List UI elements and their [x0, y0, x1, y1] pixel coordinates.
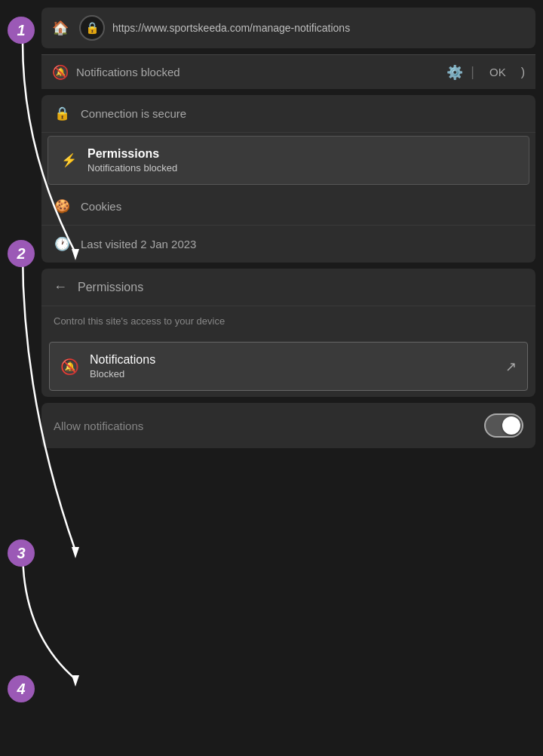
- step-1-badge: 1: [8, 17, 35, 44]
- site-info-panel: 🔒 Connection is secure ⚡ Permissions Not…: [41, 95, 535, 263]
- toggle-knob: [502, 416, 520, 435]
- sliders-icon: ⚡: [60, 152, 77, 168]
- cookies-icon: 🍪: [54, 198, 70, 214]
- connection-label: Connection is secure: [81, 107, 186, 120]
- notifications-text-group: Notifications Blocked: [90, 353, 155, 380]
- notifications-blocked-text: Notifications blocked: [76, 66, 439, 78]
- close-char: ): [521, 66, 525, 79]
- step-3-badge: 3: [8, 539, 35, 567]
- external-link-icon[interactable]: ↗: [505, 358, 517, 375]
- svg-marker-2: [72, 675, 79, 687]
- allow-notifications-label: Allow notifications: [54, 419, 143, 432]
- step-2-badge: 2: [8, 240, 35, 267]
- connection-row[interactable]: 🔒 Connection is secure: [41, 95, 535, 133]
- allow-notifications-toggle[interactable]: [484, 413, 523, 438]
- permissions-main-label: Permissions: [87, 147, 177, 161]
- lock-icon: 🔒: [85, 21, 100, 35]
- lock-circle[interactable]: 🔒: [79, 15, 105, 41]
- permissions-description: Control this site's access to your devic…: [41, 306, 535, 336]
- svg-marker-1: [72, 547, 79, 558]
- notifications-muted-bell-icon: 🔕: [60, 358, 79, 376]
- history-icon: 🕐: [54, 236, 70, 252]
- muted-bell-bar-icon: 🔕: [52, 64, 69, 81]
- permissions-row[interactable]: ⚡ Permissions Notifications blocked: [48, 136, 529, 185]
- notifications-main-label: Notifications: [90, 353, 155, 367]
- gear-icon[interactable]: ⚙️: [446, 64, 463, 81]
- permissions-panel-header: ← Permissions: [41, 269, 535, 306]
- permissions-text-group: Permissions Notifications blocked: [87, 147, 177, 174]
- notifications-blocked-bar: 🔕 Notifications blocked ⚙️ | OK ): [41, 54, 535, 89]
- last-visited-label: Last visited 2 Jan 2023: [81, 238, 196, 250]
- toggle-panel: Allow notifications: [41, 403, 535, 448]
- divider: |: [471, 64, 474, 80]
- address-bar-section: 🏠 🔒 https://www.sportskeeda.com/manage-n…: [41, 8, 535, 48]
- step-4-badge: 4: [8, 675, 35, 702]
- cookies-label: Cookies: [81, 200, 121, 213]
- home-icon: 🏠: [52, 20, 69, 36]
- permissions-panel: ← Permissions Control this site's access…: [41, 269, 535, 397]
- last-visited-row[interactable]: 🕐 Last visited 2 Jan 2023: [41, 226, 535, 263]
- address-text: https://www.sportskeeda.com/manage-notif…: [112, 22, 525, 34]
- permissions-sub-label: Notifications blocked: [87, 162, 177, 174]
- permissions-header-label: Permissions: [78, 281, 143, 294]
- notifications-row[interactable]: 🔕 Notifications Blocked ↗: [49, 342, 528, 391]
- connection-lock-icon: 🔒: [54, 106, 70, 121]
- cookies-row[interactable]: 🍪 Cookies: [41, 188, 535, 226]
- ok-button[interactable]: OK: [482, 63, 514, 81]
- back-arrow-icon[interactable]: ←: [54, 279, 67, 295]
- notifications-sub-label: Blocked: [90, 368, 155, 380]
